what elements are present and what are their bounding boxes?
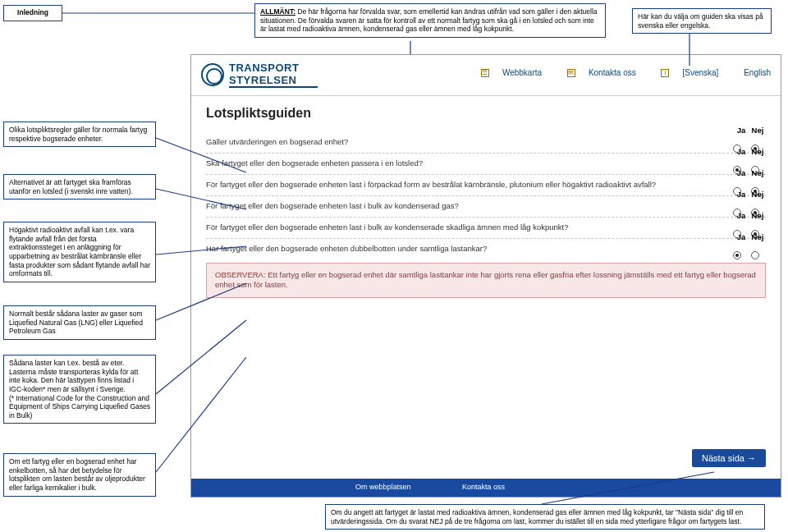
question-text: Gäller utvärderingen en bogserad enhet? <box>206 137 766 146</box>
question-text: För fartyget eller den bogserade enheten… <box>206 180 766 189</box>
text: Om du angett att fartyget är lastat med … <box>331 508 743 525</box>
question-2: JaNej Ska fartyget eller den bogserade e… <box>206 157 766 172</box>
callout-lang-text: Här kan du välja om guiden ska visas på … <box>638 12 763 30</box>
topbar: TRANSPORT STYRELSEN ☰Webbkarta ✉Kontakta… <box>191 55 781 96</box>
text: Olika lotspliktsregler gäller för normal… <box>9 126 147 143</box>
next-page-button[interactable]: Nästa sida → <box>692 449 766 467</box>
question-text: Har fartyget eller den bogserade enheten… <box>206 244 766 253</box>
link-kontakta[interactable]: ✉Kontakta oss <box>556 68 636 77</box>
col-nej: Nej <box>749 168 766 177</box>
col-nej: Nej <box>749 211 766 220</box>
footer-om[interactable]: Om webbplatsen <box>355 483 411 491</box>
label: Kontakta oss <box>589 68 636 77</box>
callout-lang: Här kan du välja om guiden ska visas på … <box>632 8 772 34</box>
col-nej: Nej <box>749 232 766 241</box>
callout-c4: Normalt består sådana laster av gaser so… <box>3 305 156 340</box>
main-area: Lotspliktsguiden JaNej Gäller utvärderin… <box>191 96 781 298</box>
callout-c6: Om ett fartyg eller en bogserad enhet ha… <box>3 453 156 497</box>
question-text: För fartyget eller den bogserade enheten… <box>206 201 766 210</box>
sitemap-icon: ☰ <box>481 69 489 77</box>
logo-line2: STYRELSEN <box>229 74 318 88</box>
callout-c2: Alternativet är att fartyget ska framför… <box>3 174 156 200</box>
question-4: JaNej För fartyget eller den bogserade e… <box>206 200 766 215</box>
question-6: JaNej Har fartyget eller den bogserade e… <box>206 242 766 258</box>
question-text: Ska fartyget eller den bogserade enheten… <box>206 158 766 167</box>
col-ja: Ja <box>733 232 749 241</box>
col-ja: Ja <box>733 126 749 135</box>
text: Normalt består sådana laster av gaser so… <box>9 310 143 335</box>
contact-icon: ✉ <box>567 69 575 77</box>
text: Högaktivt radioaktivt avfall kan t.ex. v… <box>9 226 150 277</box>
info-icon: i <box>661 69 669 77</box>
callout-allmant: ALLMÄNT: De här frågorna har förvalda sv… <box>254 3 606 38</box>
text: Sådana laster kan t.ex. bestå av eter. L… <box>9 359 150 420</box>
callout-c3: Högaktivt radioaktivt avfall kan t.ex. v… <box>3 222 156 282</box>
col-nej: Nej <box>749 126 766 135</box>
text: Om ett fartyg eller en bogserad enhet ha… <box>9 457 145 492</box>
label: English <box>744 68 771 77</box>
callout-c1: Olika lotspliktsregler gäller för normal… <box>3 122 156 147</box>
q6-ja-radio[interactable] <box>733 251 741 259</box>
col-ja: Ja <box>733 168 749 177</box>
callout-inledning-label: Inledning <box>17 8 48 16</box>
callout-allmant-text: De här frågorna har förvalda svar, som e… <box>260 7 598 33</box>
label: Webbkarta <box>502 68 542 77</box>
label: [Svenska] <box>682 68 718 77</box>
q6-nej-radio[interactable] <box>751 251 759 259</box>
app-screenshot: TRANSPORT STYRELSEN ☰Webbkarta ✉Kontakta… <box>190 54 781 498</box>
observera-notice: OBSERVERA: Ett fartyg eller en bogserad … <box>206 263 766 298</box>
top-links: ☰Webbkarta ✉Kontakta oss i[Svenska] Engl… <box>458 68 771 77</box>
text: Alternativet är att fartyget ska framför… <box>9 178 133 195</box>
callout-allmant-title: ALLMÄNT: <box>260 7 296 16</box>
col-ja: Ja <box>733 211 749 220</box>
question-5: JaNej För fartyget eller den bogserade e… <box>206 221 766 236</box>
callout-bottom: Om du angett att fartyget är lastat med … <box>325 504 765 530</box>
col-nej: Nej <box>749 147 766 156</box>
page-title: Lotspliktsguiden <box>206 106 766 121</box>
callout-inledning: Inledning <box>3 5 62 21</box>
question-1: JaNej Gäller utvärderingen en bogserad e… <box>206 135 766 151</box>
footer-bar: Om webbplatsen Kontakta oss <box>191 479 781 497</box>
logo: TRANSPORT STYRELSEN <box>201 62 318 88</box>
col-ja: Ja <box>733 147 749 156</box>
link-english[interactable]: English <box>732 68 771 77</box>
link-webbkarta[interactable]: ☰Webbkarta <box>470 68 542 77</box>
question-text: För fartyget eller den bogserade enheten… <box>206 222 766 232</box>
callout-c5: Sådana laster kan t.ex. bestå av eter. L… <box>3 355 156 424</box>
col-ja: Ja <box>733 190 749 199</box>
col-nej: Nej <box>749 190 766 199</box>
footer-kontakt[interactable]: Kontakta oss <box>462 483 505 491</box>
logo-gear-icon <box>201 63 224 86</box>
link-svenska[interactable]: i[Svenska] <box>649 68 718 77</box>
question-3: JaNej För fartyget eller den bogserade e… <box>206 178 766 194</box>
logo-line1: TRANSPORT <box>229 62 318 74</box>
